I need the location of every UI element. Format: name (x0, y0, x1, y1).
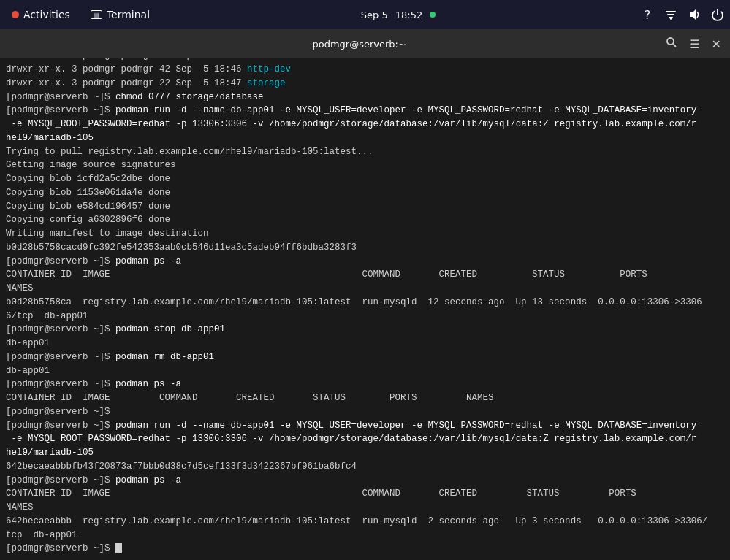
top-bar-system-tray: ? (641, 8, 724, 21)
svg-marker-4 (690, 9, 696, 20)
terminal-taskbar-label: Terminal (107, 9, 150, 20)
help-icon[interactable]: ? (641, 8, 654, 21)
activities-button[interactable]: Activities (6, 6, 76, 23)
terminal-cursor (115, 543, 122, 553)
svg-rect-2 (669, 17, 673, 18)
svg-rect-0 (666, 11, 676, 12)
titlebar-controls: ☰ ✕ (666, 37, 721, 51)
top-bar-left: Activities ▤ Terminal (6, 6, 156, 23)
time-label: 18:52 (395, 9, 422, 20)
activities-dot-icon (12, 11, 19, 18)
power-icon[interactable] (711, 8, 724, 21)
terminal-icon: ▤ (91, 10, 102, 19)
network-icon[interactable] (664, 8, 677, 21)
terminal-output[interactable]: [podmgr@serverb ~]$ mkdir -p storage/dat… (0, 58, 730, 560)
svg-rect-1 (667, 14, 674, 15)
svg-point-5 (667, 38, 674, 45)
activities-label: Activities (23, 9, 70, 20)
terminal-taskbar-button[interactable]: ▤ Terminal (85, 6, 156, 23)
volume-icon[interactable] (688, 8, 701, 21)
top-bar-clock: Sep 5 18:52 (361, 9, 436, 20)
menu-button[interactable]: ☰ (689, 37, 699, 51)
top-bar: Activities ▤ Terminal Sep 5 18:52 ? (0, 0, 730, 29)
terminal-window: podmgr@serverb:~ ☰ ✕ [podmgr@serverb ~]$… (0, 29, 730, 560)
date-label: Sep 5 (361, 9, 388, 20)
network-status-dot (430, 12, 436, 18)
svg-point-3 (670, 18, 672, 19)
search-button[interactable] (666, 37, 677, 51)
terminal-titlebar: podmgr@serverb:~ ☰ ✕ (0, 29, 730, 58)
close-button[interactable]: ✕ (712, 37, 721, 51)
terminal-title: podmgr@serverb:~ (53, 39, 666, 50)
svg-line-6 (673, 44, 676, 47)
